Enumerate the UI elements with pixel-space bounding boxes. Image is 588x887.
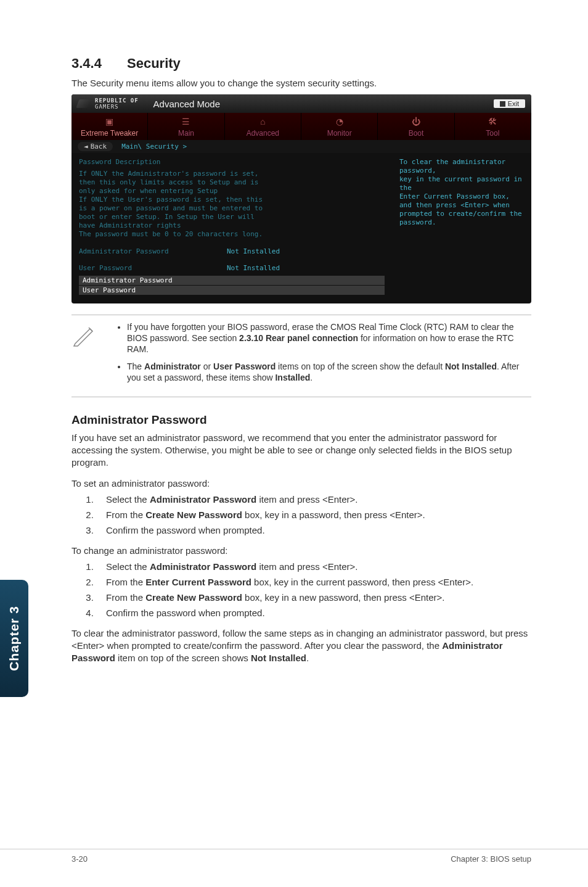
step-text: Select the: [106, 561, 150, 572]
administrator-password-item[interactable]: Administrator Password: [79, 276, 385, 285]
tab-extreme-tweaker[interactable]: ▣ Extreme Tweaker: [71, 113, 148, 140]
section-number: 3.4.4: [71, 56, 127, 72]
chapter-side-tab: Chapter 3: [0, 580, 28, 697]
set-password-steps: Select the Administrator Password item a…: [71, 493, 531, 536]
exit-button[interactable]: Exit: [494, 99, 525, 108]
step-bold: Enter Current Password: [145, 577, 251, 587]
note-item-2: The Administrator or User Password items…: [127, 361, 531, 383]
tool-icon: 🛠: [455, 117, 531, 128]
tab-label: Extreme Tweaker: [71, 129, 147, 138]
desc-line: have Administrator rights: [79, 221, 385, 230]
chip-icon: ⌂: [225, 117, 301, 128]
desc-line: is a power on password and must be enter…: [79, 204, 385, 213]
exit-label: Exit: [508, 100, 519, 107]
set-password-label: To set an administrator password:: [71, 477, 531, 490]
change-password-steps: Select the Administrator Password item a…: [71, 561, 531, 619]
help-line: To clear the administrator password,: [399, 158, 524, 175]
step-bold: Administrator Password: [150, 494, 256, 505]
back-arrow-icon: ◄: [84, 142, 88, 151]
gauge-icon: ▣: [71, 117, 147, 128]
tab-label: Boot: [378, 129, 454, 138]
note-item-1: If you have forgotten your BIOS password…: [127, 321, 531, 355]
step: From the Enter Current Password box, key…: [96, 576, 531, 588]
section-lead: The Security menu items allow you to cha…: [71, 78, 531, 88]
note-block: If you have forgotten your BIOS password…: [71, 315, 531, 397]
password-description-title: Password Description: [79, 158, 385, 166]
desc-line: If ONLY the Administrator's password is …: [79, 170, 385, 178]
desc-line: The password must be 0 to 20 characters …: [79, 230, 385, 239]
power-icon: ⏻: [378, 117, 454, 128]
tab-monitor[interactable]: ◔ Monitor: [301, 113, 378, 140]
bios-main-panel: Password Description If ONLY the Adminis…: [71, 153, 392, 303]
exit-icon: [500, 101, 505, 107]
step: Select the Administrator Password item a…: [96, 561, 531, 572]
step: Confirm the password when prompted.: [96, 524, 531, 536]
step-text: From the: [106, 577, 145, 587]
brand-line2: GAMERS: [95, 104, 139, 110]
mode-label: Advanced Mode: [153, 99, 220, 109]
step-text: box, key in a password, then press <Ente…: [242, 510, 425, 520]
tab-label: Tool: [455, 129, 531, 138]
footer-right: Chapter 3: BIOS setup: [451, 854, 531, 864]
clear-bold: Not Installed: [251, 653, 306, 663]
step: Select the Administrator Password item a…: [96, 493, 531, 505]
note-bold: 2.3.10 Rear panel connection: [239, 333, 358, 343]
note-bold: Not Installed: [445, 361, 497, 371]
step-text: item and press <Enter>.: [256, 494, 357, 505]
back-button[interactable]: ◄ Back: [78, 142, 113, 151]
step: Confirm the password when prompted.: [96, 607, 531, 619]
desc-line: boot or enter Setup. In Setup the User w…: [79, 213, 385, 221]
step-bold: Administrator Password: [150, 561, 256, 572]
note-text: items on top of the screen show the defa…: [276, 361, 445, 371]
step-text: Select the: [106, 494, 150, 505]
clear-password-para: To clear the administrator password, fol…: [71, 627, 531, 664]
admin-password-heading: Administrator Password: [71, 413, 531, 427]
note-bold: Administrator: [144, 361, 201, 371]
tab-main[interactable]: ☰ Main: [148, 113, 224, 140]
note-text: The: [127, 361, 144, 371]
step-text: box, key in the current password, then p…: [251, 577, 473, 587]
rog-logo-icon: [76, 99, 91, 108]
back-label: Back: [91, 142, 107, 151]
status-key: User Password: [79, 264, 227, 272]
help-line: key in the current password in the: [399, 175, 524, 192]
tab-label: Advanced: [225, 129, 301, 138]
tab-boot[interactable]: ⏻ Boot: [378, 113, 454, 140]
pencil-note-icon: [71, 321, 99, 389]
desc-line: then this only limits access to Setup an…: [79, 178, 385, 187]
note-text: .: [310, 373, 312, 382]
step-text: box, key in a new password, then press <…: [242, 592, 445, 603]
breadcrumb: Main\ Security >: [121, 142, 187, 151]
help-line: and then press <Enter> when: [399, 201, 524, 210]
tab-label: Monitor: [301, 129, 377, 138]
note-bold: User Password: [213, 361, 276, 371]
desc-line: only asked for when entering Setup: [79, 187, 385, 196]
user-password-item[interactable]: User Password: [79, 286, 385, 295]
section-heading: 3.4.4Security: [71, 56, 531, 72]
admin-intro: If you have set an administrator passwor…: [71, 432, 531, 469]
tab-advanced[interactable]: ⌂ Advanced: [225, 113, 301, 140]
desc-line: If ONLY the User's password is set, then…: [79, 196, 385, 204]
clear-text: item on top of the screen shows: [115, 653, 251, 663]
bios-titlebar: REPUBLIC OF GAMERS Advanced Mode Exit: [71, 94, 531, 113]
note-bold: Installed: [275, 373, 310, 382]
change-password-label: To change an administrator password:: [71, 545, 531, 557]
user-password-status: User Password Not Installed: [79, 264, 385, 272]
step-text: From the: [106, 510, 145, 520]
help-line: Enter Current Password box,: [399, 192, 524, 201]
bios-tabs: ▣ Extreme Tweaker ☰ Main ⌂ Advanced ◔ Mo…: [71, 113, 531, 140]
tab-label: Main: [148, 129, 224, 138]
chapter-side-label: Chapter 3: [7, 606, 22, 671]
password-description-body: If ONLY the Administrator's password is …: [79, 170, 385, 239]
step: From the Create New Password box, key in…: [96, 509, 531, 521]
tab-tool[interactable]: 🛠 Tool: [455, 113, 531, 140]
note-text: or: [201, 361, 213, 371]
step-bold: Create New Password: [145, 510, 242, 520]
step: From the Create New Password box, key in…: [96, 592, 531, 603]
step-bold: Create New Password: [145, 592, 242, 603]
help-line: password.: [399, 218, 524, 227]
page-footer: 3-20 Chapter 3: BIOS setup: [0, 849, 588, 864]
bios-screenshot: REPUBLIC OF GAMERS Advanced Mode Exit ▣ …: [71, 94, 531, 303]
admin-password-status: Administrator Password Not Installed: [79, 247, 385, 255]
step-text: From the: [106, 592, 145, 603]
